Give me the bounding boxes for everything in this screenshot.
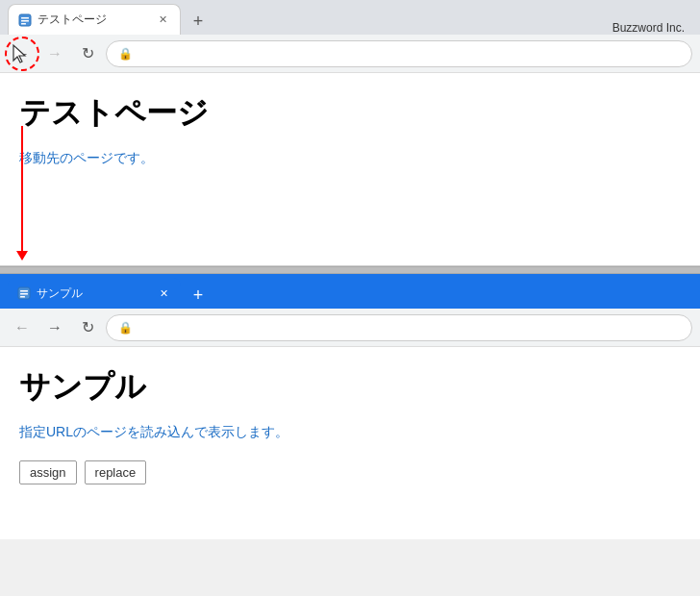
- button-group: assign replace: [19, 460, 681, 484]
- page-subtitle-2: 指定URLのページを読み込んで表示します。: [19, 424, 681, 441]
- tab-bar-1: テストページ ✕ + Buzzword Inc.: [0, 0, 700, 35]
- svg-rect-3: [21, 23, 26, 25]
- forward-button-2[interactable]: →: [40, 313, 69, 342]
- svg-rect-8: [20, 296, 25, 298]
- replace-button[interactable]: replace: [85, 460, 147, 484]
- tab-favicon-1: [18, 13, 32, 27]
- browser-window-1: テストページ ✕ + Buzzword Inc. ← → ↻: [0, 0, 700, 266]
- forward-button[interactable]: →: [40, 39, 69, 68]
- page-content-1: テストページ 移動先のページです。: [0, 73, 700, 265]
- new-tab-btn-2[interactable]: +: [185, 282, 212, 309]
- window-divider: [0, 266, 700, 274]
- header-right-1: Buzzword Inc.: [612, 21, 685, 35]
- page-subtitle-1: 移動先のページです。: [19, 150, 681, 167]
- reload-button[interactable]: ↻: [73, 39, 102, 68]
- page-title-2: サンプル: [19, 366, 681, 409]
- tab-bar-2: サンプル ✕ +: [0, 274, 700, 309]
- red-arrow: [21, 126, 28, 261]
- assign-button[interactable]: assign: [19, 460, 77, 484]
- tab-1-label: テストページ: [38, 12, 151, 28]
- svg-rect-2: [21, 20, 29, 22]
- reload-button-2[interactable]: ↻: [73, 313, 102, 342]
- tab-favicon-2: [17, 286, 31, 300]
- svg-rect-7: [20, 293, 28, 295]
- tab-2-close[interactable]: ✕: [156, 286, 171, 301]
- svg-rect-1: [21, 17, 29, 19]
- lock-icon-2: 🔒: [118, 321, 133, 335]
- tab-2[interactable]: サンプル ✕: [8, 278, 181, 309]
- address-bar-2[interactable]: 🔒: [106, 314, 692, 341]
- lock-icon-1: 🔒: [118, 47, 133, 61]
- back-button[interactable]: ←: [8, 39, 37, 68]
- back-button-2[interactable]: ←: [8, 313, 37, 342]
- browser-window-2: サンプル ✕ + ← → ↻ 🔒 サンプル 指定URLのページを読み込んで表示し…: [0, 274, 700, 539]
- svg-rect-6: [20, 290, 28, 292]
- new-tab-btn-1[interactable]: +: [185, 8, 212, 35]
- toolbar-1: ← → ↻ 🔒: [0, 35, 700, 73]
- tab-2-label: サンプル: [37, 286, 152, 302]
- page-title-1: テストページ: [19, 92, 681, 135]
- toolbar-2: ← → ↻ 🔒: [0, 309, 700, 347]
- tab-1[interactable]: テストページ ✕: [8, 4, 181, 35]
- back-btn-wrapper: ←: [8, 39, 37, 68]
- tab-1-close[interactable]: ✕: [155, 12, 170, 28]
- page-content-2: サンプル 指定URLのページを読み込んで表示します。 assign replac…: [0, 347, 700, 539]
- address-bar-1[interactable]: 🔒: [106, 40, 692, 67]
